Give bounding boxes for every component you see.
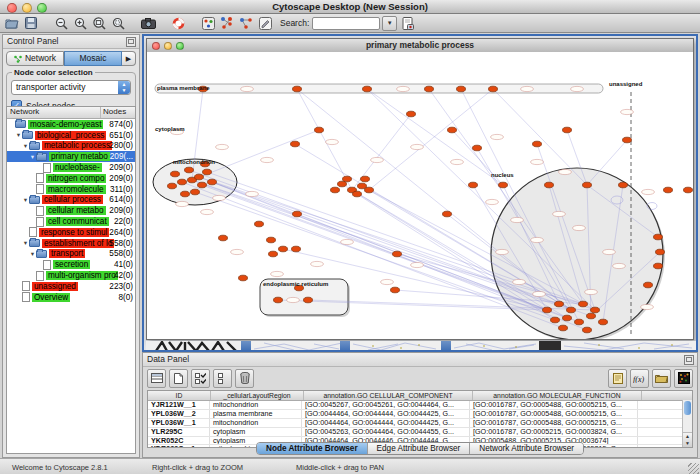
tree-label: biological_process [35,131,106,140]
network-window-title: primary metabolic process [147,40,693,50]
disclosure-triangle-icon[interactable]: ▼ [22,240,29,246]
gene-label [559,169,572,174]
tree-row[interactable]: mosaic-demo-yeast874(0) [7,119,135,130]
disclosure-triangle-icon[interactable]: ▼ [22,197,29,203]
more-tabs-icon[interactable]: ▶ [122,51,136,66]
network-view[interactable]: plasma membrane cytoplasm mitochondrion … [147,52,693,339]
disclosure-triangle-icon[interactable]: ▼ [29,154,36,160]
table-row[interactable]: YJR121W__1mitochondrion[GO:0045267, GO:0… [148,401,692,410]
resize-grip[interactable] [688,463,699,474]
network-node [407,111,416,117]
disclosure-triangle-icon[interactable]: ▼ [15,132,22,138]
network-node [563,127,572,133]
float-panel-icon[interactable] [126,37,136,47]
tab-mosaic[interactable]: Mosaic [64,51,122,66]
vizmapper-icon[interactable] [200,16,216,31]
network-edge [297,89,352,190]
tree-row[interactable]: nitrogen compo209(0) [7,173,135,184]
network-node [292,246,301,252]
node-color-dropdown[interactable]: transporter activity ▲▼ [11,80,131,95]
status-bar: Welcome to Cytoscape 2.8.1 Right-click +… [0,458,700,474]
tree-row[interactable]: secretion41(0) [7,259,135,270]
tree-label: multi-organism pro [46,271,118,280]
tree-node-count: 209(0) [109,174,133,183]
table-row[interactable]: YPL036W__2plasma membrane[GO:0044464, GO… [148,410,692,419]
tree-node-count: 209(... [110,152,133,161]
save-session-icon[interactable] [23,16,39,31]
column-header[interactable]: _cellularLayoutRegion [211,391,304,400]
tree-row[interactable]: cell communicat22(0) [7,216,135,227]
formula-builder-icon[interactable]: f(x) [630,369,649,388]
tree-row[interactable]: ▼transport558(0) [7,249,135,260]
zoom-out-icon[interactable] [53,16,69,31]
network-node [195,174,204,180]
annotation-icon[interactable] [257,16,273,31]
disclosure-triangle-icon[interactable]: ▼ [29,251,36,257]
create-attribute-icon[interactable] [169,369,188,388]
tree-row[interactable]: ▼biological_process651(0) [7,130,135,141]
tab-node-attribute-browser[interactable]: Node Attribute Browser [257,443,368,454]
network-window[interactable]: primary metabolic process plasma membran… [146,38,694,340]
network-node [269,251,278,257]
network-node [267,237,276,243]
tab-network-attribute-browser[interactable]: Network Attribute Browser [470,443,583,454]
label-icon[interactable] [608,369,627,388]
network-tree: Network Nodes mosaic-demo-yeast874(0)▼bi… [6,106,136,454]
tree-row[interactable]: ▼cellular process614(0) [7,195,135,206]
attribute-table: ID_cellularLayoutRegionannotation.GO CEL… [147,390,693,448]
table-row[interactable]: YLR295Ccytoplasm[GO:0045263, GO:0044464,… [148,428,692,437]
network-canvas[interactable] [147,52,693,339]
search-label: Search: [280,18,309,28]
network-node [239,275,248,281]
select-all-attributes-icon[interactable] [191,369,210,388]
tree-row[interactable]: Overview8(0) [7,292,135,303]
tree-row[interactable]: response to stimul264(0) [7,227,135,238]
network-window-titlebar[interactable]: primary metabolic process [147,39,693,53]
scrollbar-thumb[interactable] [684,401,691,415]
background-window-fragment [241,341,251,352]
tree-row[interactable]: multi-organism pro42(0) [7,270,135,281]
tree-column-nodes[interactable]: Nodes [101,107,135,118]
matrix-icon[interactable] [674,369,693,388]
table-row[interactable]: YPL036W__1mitochondrion[GO:0044464, GO:0… [148,419,692,428]
data-panel: Data Panel f(x) [142,352,698,458]
import-table-icon[interactable] [652,369,671,388]
layout-network-alt-icon[interactable] [238,16,254,31]
tree-label: primary metabo [49,152,110,161]
network-node [579,301,588,307]
table-scrollbar[interactable]: ▲▼ [682,400,692,447]
open-session-icon[interactable] [4,16,20,31]
help-icon[interactable] [170,16,186,31]
import-attributes-icon[interactable] [400,16,416,31]
tree-row[interactable]: nucleobase-209(0) [7,162,135,173]
tree-row[interactable]: unassigned223(0) [7,281,135,292]
delete-attributes-icon[interactable] [235,369,254,388]
zoom-fit-icon[interactable] [110,16,126,31]
unselect-all-attributes-icon[interactable] [213,369,232,388]
tree-row[interactable]: ▼metabolic process280(0) [7,141,135,152]
tree-row[interactable]: cellular metabo209(0) [7,205,135,216]
search-input[interactable] [312,17,380,30]
tree-row[interactable]: ▼establishment of lo558(0) [7,238,135,249]
zoom-in-icon[interactable] [72,16,88,31]
tab-edge-attribute-browser[interactable]: Edge Attribute Browser [368,443,471,454]
network-node [543,307,552,313]
snapshot-icon[interactable] [140,16,156,31]
gene-label [341,239,354,244]
disclosure-triangle-icon[interactable]: ▼ [22,143,29,149]
column-header[interactable]: annotation.GO MOLECULAR_FUNCTION [473,391,642,400]
window-titlebar: Cytoscape Desktop (New Session) [0,0,700,14]
zoom-selected-icon[interactable] [91,16,107,31]
column-header[interactable]: annotation.GO CELLULAR_COMPONENT [304,391,473,400]
tree-column-network[interactable]: Network [7,107,101,118]
attribute-table-header[interactable]: ID_cellularLayoutRegionannotation.GO CEL… [148,391,692,401]
table-cell: YPL036W__2 [148,410,210,418]
search-dropdown-icon[interactable]: ▼ [382,16,397,31]
layout-network-icon[interactable] [219,16,235,31]
tree-row[interactable]: macromolecule311(0) [7,184,135,195]
float-panel-icon[interactable] [684,355,694,365]
column-header[interactable]: ID [148,391,211,400]
select-attributes-icon[interactable] [147,369,166,388]
tab-network[interactable]: Network [6,51,64,66]
tree-row[interactable]: ▼primary metabo209(... [7,151,135,162]
